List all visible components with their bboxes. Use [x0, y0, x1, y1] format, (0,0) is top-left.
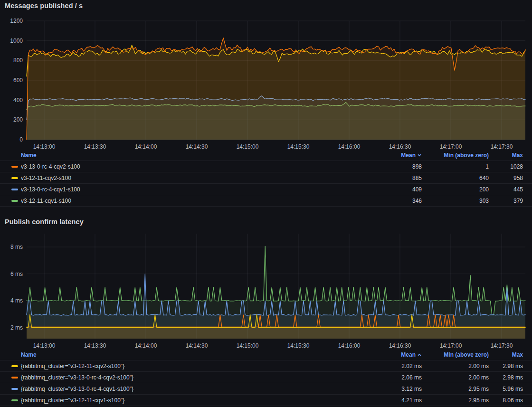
series-max: 5.96 ms [492, 386, 523, 392]
svg-text:14:13:30: 14:13:30 [84, 342, 106, 349]
series-max: 379 [492, 198, 523, 204]
series-mean: 409 [365, 186, 422, 193]
svg-text:4 ms: 4 ms [10, 297, 23, 304]
panel-publish-confirm-latency: Publish confirm latency 14:13:0014:13:30… [0, 216, 532, 407]
series-mean: 2.06 ms [365, 374, 422, 381]
legend-row[interactable]: {rabbitmq_cluster="v3-13-0-rc-4-cqv2-s10… [0, 371, 532, 383]
publish-confirm-latency-chart[interactable]: 14:13:0014:13:3014:14:0014:14:3014:15:00… [0, 228, 532, 350]
series-min: 2.95 ms [425, 386, 489, 392]
legend-row[interactable]: {rabbitmq_cluster="v3-13-0-rc-4-cqv1-s10… [0, 383, 532, 394]
series-mean: 885 [365, 175, 422, 181]
series-min: 1 [425, 163, 489, 170]
series-max: 2.98 ms [492, 374, 523, 381]
legend-row[interactable]: {rabbitmq_cluster="v3-12-11-cqv1-s100"}4… [0, 394, 532, 406]
legend-header-mean[interactable]: Mean [365, 152, 422, 159]
svg-text:14:13:30: 14:13:30 [84, 143, 106, 150]
series-name: {rabbitmq_cluster="v3-13-0-rc-4-cqv1-s10… [21, 386, 362, 392]
svg-text:14:17:00: 14:17:00 [440, 342, 462, 349]
legend-table: Name Mean Min (above zero) Max v3-13-0-r… [0, 150, 532, 207]
svg-text:14:17:00: 14:17:00 [440, 143, 462, 150]
svg-text:14:14:30: 14:14:30 [186, 143, 208, 150]
legend-bottom-separator [0, 406, 532, 406]
series-max: 8.06 ms [492, 397, 523, 404]
series-mean: 3.12 ms [365, 386, 422, 392]
svg-text:14:14:00: 14:14:00 [135, 143, 157, 150]
svg-text:14:13:00: 14:13:00 [33, 342, 56, 349]
series-name: {rabbitmq_cluster="v3-13-0-rc-4-cqv2-s10… [21, 374, 362, 381]
legend-header-name[interactable]: Name [21, 351, 362, 358]
series-min: 200 [425, 186, 489, 193]
series-min: 640 [425, 175, 489, 181]
legend-table: Name Mean Min (above zero) Max {rabbitmq… [0, 350, 532, 406]
series-name: v3-12-11-cqv2-s100 [21, 175, 362, 181]
legend-header-min[interactable]: Min (above zero) [425, 351, 489, 358]
svg-text:14:16:30: 14:16:30 [389, 342, 411, 349]
legend-row[interactable]: v3-13-0-rc-4-cqv2-s10089811028 [0, 161, 532, 172]
legend-header-name[interactable]: Name [21, 152, 362, 159]
svg-text:14:13:00: 14:13:00 [33, 143, 56, 150]
messages-published-chart[interactable]: 14:13:0014:13:3014:14:0014:14:3014:15:00… [0, 0, 532, 150]
series-color-swatch-icon [11, 388, 18, 390]
series-mean: 4.21 ms [365, 397, 422, 404]
svg-text:1000: 1000 [10, 38, 23, 44]
svg-text:14:15:00: 14:15:00 [237, 143, 259, 150]
svg-text:6 ms: 6 ms [10, 271, 23, 277]
sort-caret-icon [417, 352, 422, 357]
series-name: {rabbitmq_cluster="v3-12-11-cqv1-s100"} [21, 397, 362, 404]
svg-text:14:17:30: 14:17:30 [491, 143, 513, 150]
series-min: 2.00 ms [425, 374, 489, 381]
svg-text:14:16:00: 14:16:00 [338, 342, 361, 349]
svg-text:400: 400 [13, 97, 23, 104]
svg-text:14:14:00: 14:14:00 [135, 342, 157, 349]
legend-header-max[interactable]: Max [492, 351, 523, 358]
series-name: v3-12-11-cqv1-s100 [21, 198, 362, 204]
series-min: 2.00 ms [425, 363, 489, 369]
svg-text:14:15:30: 14:15:30 [287, 342, 310, 349]
series-color-swatch-icon [11, 200, 18, 202]
series-color-swatch-icon [11, 189, 18, 190]
series-min: 2.95 ms [425, 397, 489, 404]
legend-header-mean[interactable]: Mean [365, 351, 422, 358]
legend-row[interactable]: v3-12-11-cqv1-s100346303379 [0, 195, 532, 206]
legend-row[interactable]: v3-12-11-cqv2-s100885640958 [0, 172, 532, 183]
series-mean: 2.02 ms [365, 363, 422, 369]
series-name: v3-13-0-rc-4-cqv2-s100 [21, 163, 362, 170]
svg-text:0: 0 [19, 136, 23, 143]
svg-text:14:17:30: 14:17:30 [491, 342, 513, 349]
legend-header-row: Name Mean Min (above zero) Max [0, 150, 532, 161]
svg-text:14:15:00: 14:15:00 [237, 342, 259, 349]
svg-text:800: 800 [13, 57, 23, 64]
series-max: 958 [492, 175, 523, 181]
legend-row[interactable]: v3-13-0-rc-4-cqv1-s100409200445 [0, 183, 532, 195]
svg-text:1200: 1200 [10, 18, 23, 24]
series-color-swatch-icon [11, 365, 18, 367]
legend-row[interactable]: {rabbitmq_cluster="v3-12-11-cqv2-s100"}2… [0, 360, 532, 371]
legend-header-row: Name Mean Min (above zero) Max [0, 350, 532, 360]
svg-text:14:14:30: 14:14:30 [186, 342, 208, 349]
svg-text:8 ms: 8 ms [10, 244, 23, 250]
panel-title: Publish confirm latency [5, 218, 84, 226]
series-name: {rabbitmq_cluster="v3-12-11-cqv2-s100"} [21, 363, 362, 369]
series-max: 2.98 ms [492, 363, 523, 369]
series-max: 1028 [492, 163, 523, 170]
series-max: 445 [492, 186, 523, 193]
legend-header-max[interactable]: Max [492, 152, 523, 159]
series-color-swatch-icon [11, 399, 18, 401]
panel-messages-published: Messages published / s 14:13:0014:13:301… [0, 0, 532, 212]
series-color-swatch-icon [11, 166, 18, 168]
legend-bottom-separator [0, 206, 532, 207]
svg-text:2 ms: 2 ms [10, 324, 23, 331]
series-color-swatch-icon [11, 377, 18, 379]
svg-text:14:16:30: 14:16:30 [389, 143, 411, 150]
svg-text:600: 600 [13, 77, 23, 84]
svg-text:14:15:30: 14:15:30 [287, 143, 310, 150]
series-color-swatch-icon [11, 177, 18, 179]
series-mean: 898 [365, 163, 422, 170]
svg-text:200: 200 [13, 116, 23, 123]
svg-text:14:16:00: 14:16:00 [338, 143, 361, 150]
series-mean: 346 [365, 198, 422, 204]
series-name: v3-13-0-rc-4-cqv1-s100 [21, 186, 362, 193]
sort-caret-icon [417, 153, 422, 158]
legend-header-min[interactable]: Min (above zero) [425, 152, 489, 159]
series-min: 303 [425, 198, 489, 204]
